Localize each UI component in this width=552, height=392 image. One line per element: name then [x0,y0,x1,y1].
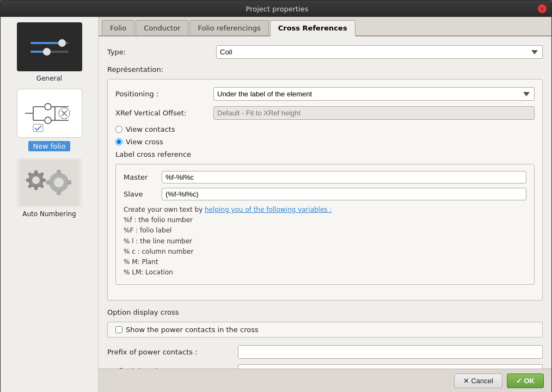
show-power-contacts-row: Show the power contacts in the cross [107,322,543,338]
autonumber-icon [17,158,82,207]
view-cross-label: View cross [126,138,163,146]
type-select[interactable]: Coil Contact Relay [216,45,543,59]
tab-content-cross-references: Type: Coil Contact Relay Représentation: [99,36,551,369]
view-cross-row: View cross [115,138,535,146]
xref-offset-label: XRef Vertical Offset: [115,109,213,117]
hint-var-0: %f : the folio number [124,216,193,224]
hint-var-3: % c : column number [124,248,193,255]
svg-point-3 [58,39,66,47]
master-row: Master [124,171,526,183]
svg-point-6 [43,48,51,56]
view-contacts-row: View contacts [115,125,535,133]
hint-prefix: Create your own text by [124,206,205,213]
content-area: General [1,17,551,392]
positioning-label: Positioning : [115,90,213,98]
sidebar-item-auto-numbering-label: Auto Numbering [22,210,76,218]
representation-section: Positioning : Under the label of the ele… [107,79,543,301]
sidebar: General [1,17,99,392]
svg-rect-37 [57,190,61,195]
view-contacts-label: View contacts [126,125,175,133]
prefix-delayed-input[interactable] [238,364,543,369]
xref-offset-row: XRef Vertical Offset: [115,106,535,120]
svg-rect-38 [46,180,51,185]
sidebar-item-general[interactable]: General [7,22,91,82]
main-area: Folio Conductor Folio referencings Cross… [99,17,551,392]
folio-icon [17,89,82,138]
show-power-contacts-checkbox[interactable] [115,326,122,333]
window-title: Project properties [17,5,537,13]
svg-rect-26 [34,170,38,175]
sidebar-item-general-label: General [36,75,62,82]
view-cross-radio[interactable] [115,138,122,145]
view-contacts-radio[interactable] [115,126,122,133]
cancel-button[interactable]: ✕ Cancel [454,373,502,388]
tab-conductor[interactable]: Conductor [136,20,188,35]
titlebar: Project properties ✕ [1,1,551,17]
tab-cross-references[interactable]: Cross References [270,20,355,36]
label-cross-header: Label cross reference [115,150,535,158]
ok-button[interactable]: ✓ OK [507,373,544,388]
option-display-section: Option display cross Show the power cont… [107,308,543,369]
hint-var-5: % LM: Location [124,268,173,276]
representation-label: Représentation: [107,65,543,74]
hint-text: Create your own text by helping you of t… [124,205,526,278]
xref-offset-input[interactable] [213,106,535,120]
slave-input[interactable] [162,188,526,200]
svg-point-25 [32,176,40,184]
svg-rect-29 [41,179,46,182]
svg-rect-28 [26,179,30,182]
type-control: Coil Contact Relay [216,45,543,59]
type-row: Type: Coil Contact Relay [107,45,543,59]
svg-rect-39 [66,180,71,185]
svg-rect-27 [34,186,38,190]
prefix-delayed-row: Prefix delayed contacts : [107,364,543,369]
label-cross-section: Master Slave Create your own text by hel… [115,164,535,285]
svg-rect-0 [22,27,77,68]
master-label: Master [124,173,162,181]
svg-rect-2 [30,42,62,44]
positioning-select[interactable]: Under the label of the element Above the… [213,87,535,101]
tab-bar: Folio Conductor Folio referencings Cross… [99,17,551,36]
general-icon [17,22,82,71]
sidebar-item-auto-numbering[interactable]: Auto Numbering [7,158,91,218]
svg-rect-36 [57,170,61,175]
prefix-power-label: Prefix of power contacts : [107,348,238,356]
hint-link[interactable]: helping you of the following variables : [205,206,332,213]
positioning-row: Positioning : Under the label of the ele… [115,87,535,101]
prefix-power-row: Prefix of power contacts : [107,345,543,359]
hint-var-4: % M: Plant [124,258,158,266]
hint-var-2: % l : the line number [124,237,192,245]
project-properties-window: Project properties ✕ [0,0,552,392]
sidebar-item-new-folio-label: New folio [28,141,70,151]
prefix-power-input[interactable] [238,345,543,359]
positioning-control: Under the label of the element Above the… [213,87,535,101]
show-power-contacts-label: Show the power contacts in the cross [126,326,259,334]
slave-row: Slave [124,188,526,200]
tab-folio-referencings[interactable]: Folio referencings [189,20,268,35]
type-label: Type: [107,48,216,56]
option-display-title: Option display cross [107,308,543,316]
master-input[interactable] [162,171,526,183]
sidebar-item-new-folio[interactable]: New folio [7,89,91,151]
close-button[interactable]: ✕ [537,4,547,14]
footer: ✕ Cancel ✓ OK [99,369,551,392]
svg-point-35 [54,177,64,187]
hint-var-1: %F : folio label [124,226,171,234]
slave-label: Slave [124,190,162,198]
tab-folio[interactable]: Folio [102,20,134,35]
